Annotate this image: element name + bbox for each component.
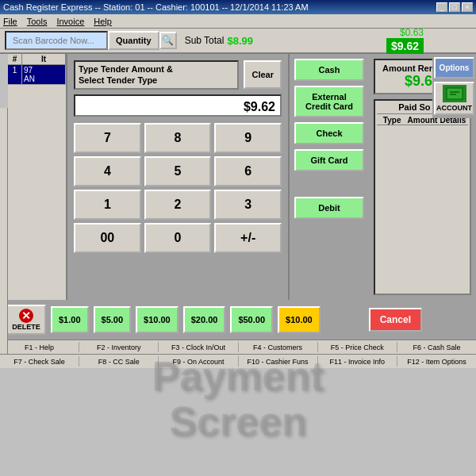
- delete-x-icon: ✕: [19, 309, 33, 323]
- tender-buttons-panel: Cash ExternalCredit Card Check Gift Card…: [290, 54, 369, 300]
- cash-button[interactable]: Cash: [294, 59, 364, 81]
- key-4[interactable]: 4: [74, 156, 141, 186]
- tender-label: Type Tender Amount &Select Tender Type: [74, 60, 239, 90]
- quick-10-highlight-button[interactable]: $10.00: [278, 306, 321, 333]
- debit-button[interactable]: Debit: [294, 197, 364, 219]
- paid-col-type: Type: [377, 116, 407, 125]
- table-header: # It: [8, 54, 66, 65]
- transaction-table: # It 1 97AN: [8, 54, 67, 300]
- delete-label: DELETE: [12, 323, 40, 331]
- key-1[interactable]: 1: [74, 190, 141, 220]
- title-controls: _ □ ×: [436, 2, 473, 12]
- row-item: 97AN: [22, 65, 66, 84]
- title-bar: Cash Register Express -- Station: 01 -- …: [0, 0, 476, 14]
- key-8[interactable]: 8: [144, 123, 212, 153]
- account-icon: [443, 85, 466, 102]
- function-bar-2: F7 - Check Sale F8 - CC Sale F9 - On Acc…: [0, 354, 476, 368]
- delete-button[interactable]: ✕ DELETE: [6, 305, 46, 335]
- amount-display: $9.62: [74, 94, 282, 117]
- row-num: 1: [8, 65, 22, 84]
- subtotal-value: $8.99: [227, 35, 253, 47]
- f11-invoice-info[interactable]: F11 - Invoice Info: [318, 356, 397, 367]
- f10-cashier-funs[interactable]: F10 - Cashier Funs: [239, 356, 318, 367]
- key-00[interactable]: 00: [74, 223, 141, 253]
- f9-on-account[interactable]: F9 - On Account: [159, 356, 238, 367]
- key-plusminus[interactable]: +/-: [214, 223, 282, 253]
- quick-1-button[interactable]: $1.00: [51, 306, 89, 333]
- title-text: Cash Register Express -- Station: 01 -- …: [3, 2, 309, 12]
- f1-help[interactable]: F1 - Help: [0, 342, 79, 352]
- keypad-panel: Type Tender Amount &Select Tender Type C…: [67, 54, 290, 300]
- account-label: ACCOUNT: [436, 104, 472, 112]
- paid-so-far-box: Paid So Far Type Amount Details: [374, 99, 471, 295]
- scan-barcode-input[interactable]: [5, 31, 108, 50]
- account-button[interactable]: ACCOUNT: [434, 82, 474, 115]
- external-credit-card-button[interactable]: ExternalCredit Card: [294, 86, 364, 117]
- main-content: # It 1 97AN Type Tender Amount &Select T…: [0, 54, 476, 300]
- quick-50-button[interactable]: $50.00: [230, 306, 273, 333]
- menu-help[interactable]: Help: [94, 17, 112, 26]
- key-2[interactable]: 2: [144, 190, 212, 220]
- key-5[interactable]: 5: [144, 156, 212, 186]
- f5-price-check[interactable]: F5 - Price Check: [318, 342, 397, 352]
- menu-file[interactable]: File: [3, 17, 17, 26]
- bottom-area: ✕ DELETE $1.00 $5.00 $10.00 $20.00 $50.0…: [0, 300, 476, 368]
- search-button[interactable]: 🔍: [159, 32, 177, 49]
- close-button[interactable]: ×: [462, 2, 473, 12]
- col-header-num: #: [8, 54, 22, 64]
- clear-button[interactable]: Clear: [244, 60, 282, 89]
- scroll-left[interactable]: [0, 108, 8, 354]
- keypad: 7 8 9 4 5 6 1 2 3 00 0 +/-: [74, 123, 282, 253]
- side-options-panel: Options ACCOUNT: [432, 54, 476, 118]
- subtotal-label: Sub Total: [185, 35, 225, 46]
- total-value: $9.62: [386, 38, 424, 54]
- account-svg-icon: [445, 86, 464, 101]
- f3-clock[interactable]: F3 - Clock In/Out: [159, 342, 238, 352]
- key-6[interactable]: 6: [214, 156, 282, 186]
- change-value: $0.63: [400, 27, 424, 38]
- maximize-button[interactable]: □: [449, 2, 460, 12]
- cancel-button[interactable]: Cancel: [369, 308, 422, 332]
- quantity-button[interactable]: Quantity: [108, 31, 159, 50]
- search-icon: 🔍: [162, 35, 174, 46]
- gift-card-button[interactable]: Gift Card: [294, 149, 364, 171]
- key-7[interactable]: 7: [74, 123, 141, 153]
- quick-5-button[interactable]: $5.00: [94, 306, 132, 333]
- tender-header: Type Tender Amount &Select Tender Type C…: [74, 60, 282, 90]
- table-body: 1 97AN: [8, 65, 66, 85]
- f7-check-sale[interactable]: F7 - Check Sale: [0, 356, 79, 367]
- f2-inventory[interactable]: F2 - Inventory: [79, 342, 159, 352]
- function-bar-1: F1 - Help F2 - Inventory F3 - Clock In/O…: [0, 340, 476, 354]
- quick-amount-buttons: $1.00 $5.00 $10.00 $20.00 $50.00 $10.00: [51, 306, 364, 333]
- quick-20-button[interactable]: $20.00: [183, 306, 226, 333]
- table-row[interactable]: 1 97AN: [8, 65, 66, 85]
- menu-invoice[interactable]: Invoice: [56, 17, 84, 26]
- col-header-item: It: [22, 54, 66, 64]
- quick-amounts-row: ✕ DELETE $1.00 $5.00 $10.00 $20.00 $50.0…: [0, 300, 476, 340]
- key-0[interactable]: 0: [144, 223, 212, 253]
- f6-cash-sale[interactable]: F6 - Cash Sale: [397, 342, 476, 352]
- minimize-button[interactable]: _: [436, 2, 447, 12]
- toolbar: Quantity 🔍 Sub Total $8.99 $0.63 $9.62: [0, 29, 476, 54]
- quick-10-button[interactable]: $10.00: [136, 306, 178, 333]
- f4-customers[interactable]: F4 - Customers: [239, 342, 318, 352]
- f12-item-options[interactable]: F12 - Item Options: [397, 356, 476, 367]
- f8-cc-sale[interactable]: F8 - CC Sale: [79, 356, 159, 367]
- options-button[interactable]: Options: [434, 57, 474, 79]
- key-9[interactable]: 9: [214, 123, 282, 153]
- key-3[interactable]: 3: [214, 190, 282, 220]
- svg-rect-0: [447, 88, 463, 99]
- check-button[interactable]: Check: [294, 122, 364, 144]
- menu-tools[interactable]: Tools: [27, 17, 48, 26]
